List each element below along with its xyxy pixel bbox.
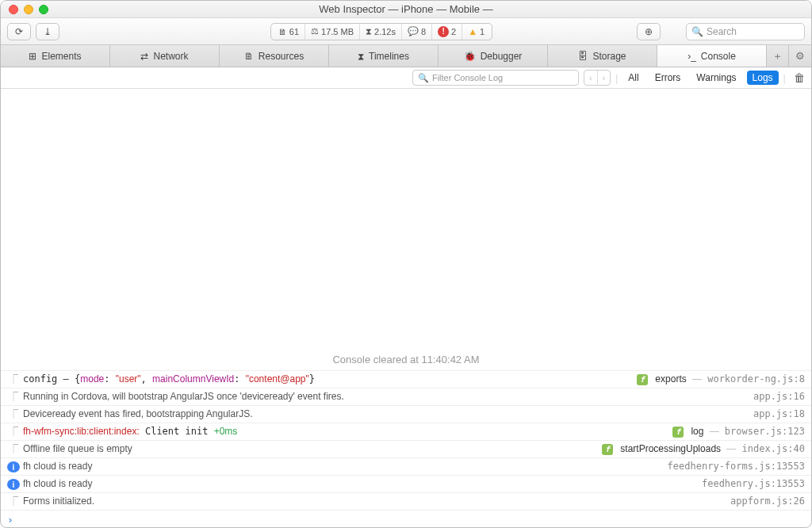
elements-icon: ⊞ xyxy=(29,51,36,62)
console-row[interactable]: ⎾Running in Cordova, will bootstrap Angu… xyxy=(1,388,811,405)
match-stepper[interactable]: ‹ › xyxy=(584,70,611,86)
console-cleared-message: Console cleared at 11:40:42 AM xyxy=(1,349,811,370)
tab-console[interactable]: ›_Console xyxy=(657,45,767,67)
console-body: Console cleared at 11:40:42 AM ⎾config –… xyxy=(1,89,811,528)
console-row[interactable]: ifh cloud is readyfeedhenry.js:13553 xyxy=(1,475,811,492)
console-origin[interactable]: feedhenry.js:13553 xyxy=(695,478,805,489)
debugger-icon: 🐞 xyxy=(464,51,476,62)
tab-resources[interactable]: 🗎Resources xyxy=(220,45,329,67)
console-row[interactable]: ifh cloud is readyfeedhenry-forms.js:135… xyxy=(1,457,811,475)
console-message: fh cloud is ready xyxy=(23,478,695,489)
clear-console-button[interactable]: 🗑 xyxy=(794,71,805,84)
log-icon: ⎾ xyxy=(7,374,20,385)
info-icon: i xyxy=(7,479,20,490)
tab-debugger[interactable]: 🐞Debugger xyxy=(439,45,548,67)
scope-all[interactable]: All xyxy=(622,71,644,85)
tab-elements[interactable]: ⊞Elements xyxy=(1,45,110,67)
download-button[interactable]: ⤓ xyxy=(36,23,59,40)
tab-settings-button[interactable]: ⚙ xyxy=(789,45,811,67)
resources-count[interactable]: 🗎61 xyxy=(273,24,305,40)
console-origin[interactable]: app.js:18 xyxy=(747,408,805,419)
window-title: Web Inspector — iPhone — Mobile — xyxy=(1,3,811,15)
tab-storage[interactable]: 🗄Storage xyxy=(548,45,657,67)
console-message: fh cloud is ready xyxy=(23,461,661,472)
resources-icon: 🗎 xyxy=(244,51,254,62)
log-icon: ⎾ xyxy=(7,444,20,455)
filter-icon: 🔍 xyxy=(418,73,429,83)
errors-count[interactable]: !2 xyxy=(432,24,462,40)
chevron-left-icon[interactable]: ‹ xyxy=(584,71,597,85)
load-time[interactable]: ⧗2.12s xyxy=(360,24,402,40)
window-titlebar: Web Inspector — iPhone — Mobile — xyxy=(1,1,811,18)
scope-warnings[interactable]: Warnings xyxy=(691,71,741,85)
inspect-element-button[interactable]: ⊕ xyxy=(637,23,661,40)
filter-console-input[interactable]: 🔍 Filter Console Log xyxy=(412,70,579,86)
console-origin[interactable]: f log — browser.js:123 xyxy=(666,426,805,438)
console-message: fh-wfm-sync:lib:client:index: Client ini… xyxy=(23,426,666,437)
tab-network[interactable]: ⇄Network xyxy=(110,45,220,67)
console-icon: ›_ xyxy=(688,51,696,62)
storage-icon: 🗄 xyxy=(578,51,588,62)
search-icon: 🔍 xyxy=(691,26,703,37)
console-empty-area xyxy=(1,89,811,349)
console-origin[interactable]: app.js:16 xyxy=(747,391,805,402)
tab-strip: ⊞Elements ⇄Network 🗎Resources ⧗Timelines… xyxy=(1,45,811,67)
log-icon: ⎾ xyxy=(7,392,20,403)
log-icon: ⎾ xyxy=(7,496,20,507)
chevron-right-icon[interactable]: › xyxy=(597,71,610,85)
console-filter-bar: 🔍 Filter Console Log ‹ › | All Errors Wa… xyxy=(1,67,811,89)
tab-timelines[interactable]: ⧗Timelines xyxy=(329,45,439,67)
console-row[interactable]: ⎾fh-wfm-sync:lib:client:index: Client in… xyxy=(1,423,811,440)
console-rows: ⎾config – {mode: "user", mainColumnViewI… xyxy=(1,370,811,510)
warnings-count[interactable]: ▲1 xyxy=(462,24,490,40)
info-icon: i xyxy=(7,461,20,473)
console-message: Offline file queue is empty xyxy=(23,443,596,454)
network-icon: ⇄ xyxy=(140,51,148,62)
console-message: Deviceready event has fired, bootstrappi… xyxy=(23,408,747,419)
toolbar: ⟳ ⤓ 🗎61 ⚖17.5 MB ⧗2.12s 💬8 !2 ▲1 ⊕ 🔍 Sea… xyxy=(1,18,811,45)
global-search-input[interactable]: 🔍 Search xyxy=(686,23,805,40)
console-origin[interactable]: feedhenry-forms.js:13553 xyxy=(661,461,805,472)
reload-button[interactable]: ⟳ xyxy=(7,23,31,40)
transfer-size[interactable]: ⚖17.5 MB xyxy=(305,24,360,40)
console-origin[interactable]: f exports — workorder-ng.js:8 xyxy=(630,373,805,385)
log-icon: ⎾ xyxy=(7,427,20,438)
console-prompt[interactable]: › xyxy=(1,510,811,528)
console-row[interactable]: ⎾Offline file queue is emptyf startProce… xyxy=(1,440,811,457)
console-row[interactable]: ⎾Deviceready event has fired, bootstrapp… xyxy=(1,405,811,423)
console-message: Forms initialized. xyxy=(23,495,724,507)
dashboard-segment: 🗎61 ⚖17.5 MB ⧗2.12s 💬8 !2 ▲1 xyxy=(270,23,492,40)
console-origin[interactable]: appform.js:26 xyxy=(724,495,805,507)
timelines-icon: ⧗ xyxy=(358,51,364,62)
console-message: config – {mode: "user", mainColumnViewId… xyxy=(23,373,630,385)
log-icon: ⎾ xyxy=(7,409,20,420)
new-tab-button[interactable]: ＋ xyxy=(767,45,789,67)
scope-errors[interactable]: Errors xyxy=(649,71,687,85)
console-row[interactable]: ⎾Forms initialized.appform.js:26 xyxy=(1,492,811,510)
scope-logs[interactable]: Logs xyxy=(747,71,779,85)
console-message: Running in Cordova, will bootstrap Angul… xyxy=(23,391,747,402)
console-origin[interactable]: f startProcessingUploads — index.js:40 xyxy=(596,443,805,455)
messages-count[interactable]: 💬8 xyxy=(402,24,432,40)
console-row[interactable]: ⎾config – {mode: "user", mainColumnViewI… xyxy=(1,370,811,388)
